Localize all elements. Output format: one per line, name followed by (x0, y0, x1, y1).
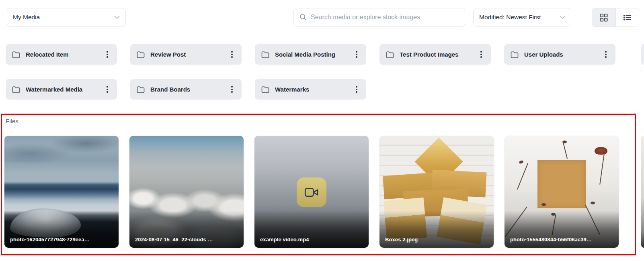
search-icon (299, 14, 307, 21)
file-card-boxes-photo[interactable]: Boxes 2.jpeg (379, 136, 494, 248)
file-name-label: photo-1555480844-b56f06ac39… (510, 237, 615, 243)
file-card-partial (641, 136, 644, 248)
folder-icon (12, 86, 20, 93)
folder-name: Brand Boards (150, 86, 226, 93)
list-view-button[interactable] (615, 8, 639, 27)
view-toggle (592, 8, 639, 27)
video-file-icon (297, 177, 326, 207)
folder-name: Relocated Item (26, 51, 102, 58)
files-section-highlight: Files photo-1620457727948-729eea… 2024-0… (1, 114, 636, 255)
collection-select-value: My Media (13, 14, 40, 21)
file-card-clouds-photo[interactable]: 2024-08-07 15_46_22-clouds … (129, 136, 244, 248)
folder-card-user-uploads[interactable]: User Uploads (504, 44, 615, 65)
folder-icon (137, 51, 145, 58)
folder-name: Watermarked Media (26, 86, 102, 93)
file-card-ocean-photo[interactable]: photo-1620457727948-729eea… (4, 136, 119, 248)
file-card-example-video[interactable]: example video.mp4 (254, 136, 369, 248)
list-icon (623, 14, 631, 21)
folders-grid: Relocated Item Review Post Social Media … (6, 44, 615, 100)
folder-menu-button[interactable] (226, 84, 238, 95)
folder-card-social-media-posting[interactable]: Social Media Posting (255, 44, 366, 65)
folder-card-relocated-item[interactable]: Relocated Item (6, 44, 117, 65)
files-section-title: Files (6, 118, 18, 124)
folder-card-review-post[interactable]: Review Post (130, 44, 242, 65)
folder-card-watermarked-media[interactable]: Watermarked Media (6, 79, 117, 100)
folder-icon (386, 51, 394, 58)
folder-menu-button[interactable] (351, 49, 362, 60)
thumbnail-detail (537, 160, 586, 208)
search-bar[interactable] (293, 8, 465, 27)
folder-icon (12, 51, 20, 58)
chevron-down-icon (114, 16, 120, 19)
folder-card-test-product-images[interactable]: Test Product Images (379, 44, 491, 65)
folder-menu-button[interactable] (351, 84, 362, 95)
folder-name: Watermarks (275, 86, 351, 93)
search-input[interactable] (311, 14, 459, 21)
file-name-label: photo-1620457727948-729eea… (10, 237, 115, 243)
sort-select-value: Modified: Newest First (479, 14, 541, 21)
file-name-label: example video.mp4 (260, 237, 365, 243)
folder-card-partial (641, 44, 644, 65)
grid-view-button[interactable] (592, 8, 615, 27)
folder-menu-button[interactable] (102, 49, 113, 60)
folder-name: Test Product Images (400, 51, 476, 58)
folder-icon (137, 86, 145, 93)
folder-name: Review Post (150, 51, 226, 58)
folder-icon (511, 51, 519, 58)
collection-select[interactable]: My Media (7, 8, 126, 27)
grid-icon (600, 14, 608, 22)
folder-card-watermarks[interactable]: Watermarks (255, 79, 366, 100)
folder-menu-button[interactable] (102, 84, 113, 95)
file-card-flowers-photo[interactable]: photo-1555480844-b56f06ac39… (505, 136, 619, 248)
folder-name: User Uploads (524, 51, 600, 58)
chevron-down-icon (560, 16, 565, 19)
file-name-label: 2024-08-07 15_46_22-clouds … (135, 237, 240, 243)
folder-icon (261, 51, 269, 58)
folder-menu-button[interactable] (476, 49, 487, 60)
folder-name: Social Media Posting (275, 51, 351, 58)
folder-card-brand-boards[interactable]: Brand Boards (130, 79, 242, 100)
files-grid: photo-1620457727948-729eea… 2024-08-07 1… (4, 136, 619, 248)
file-name-label: Boxes 2.jpeg (385, 237, 490, 243)
folder-menu-button[interactable] (226, 49, 238, 60)
folder-icon (261, 86, 269, 93)
folder-menu-button[interactable] (600, 49, 611, 60)
sort-select[interactable]: Modified: Newest First (473, 8, 571, 27)
